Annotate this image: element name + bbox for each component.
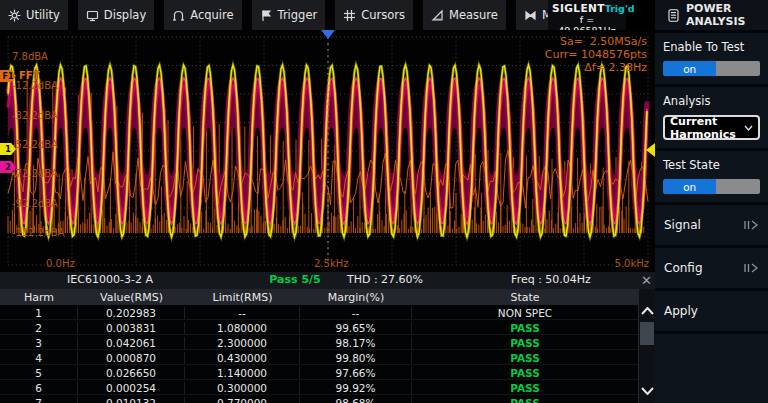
menu-label: Cursors [361,8,405,22]
close-icon[interactable]: ✕ [638,272,655,288]
data-cell: 0.042061 [78,337,185,349]
config-menu-item[interactable]: Config [655,248,768,288]
trigger-level-marker[interactable] [646,143,655,157]
scope-status-box: SIGLENT Trig'd f = 49.96581Hz [548,0,626,30]
data-cell: 0.430000 [185,352,300,364]
test-state-label: Test State [663,158,760,172]
menu-label: Utility [26,8,60,22]
table-row[interactable]: 50.0266501.14000097.66%PASS [0,365,638,380]
col-header-margin: Margin(%) [300,291,412,304]
freq-axis-label-right: 5.0kHz [615,258,649,269]
menu-label: Acquire [190,8,233,22]
document-icon [668,9,679,22]
data-cell: 0.000870 [78,352,185,364]
data-cell: 0.010132 [78,397,185,403]
data-cell: 0.202983 [78,307,185,319]
trigger-position-marker[interactable] [321,30,335,39]
state-cell: PASS [412,382,638,394]
test-state-toggle[interactable]: on [663,179,760,194]
cursors-icon [343,9,356,22]
menu-trigger[interactable]: Trigger [252,0,326,30]
signal-label: Signal [664,218,701,232]
scrollbar-thumb[interactable] [640,322,654,345]
acquire-icon [172,9,185,22]
power-analysis-panel: POWER ANALYSIS Enable To Test on Analysi… [655,0,768,403]
fft-trace-label: FFT [19,70,39,81]
menu-cursors[interactable]: Cursors [335,0,413,30]
signal-menu-item[interactable]: Signal [655,205,768,245]
data-cell: 7 [0,397,78,403]
data-cell: 98.68% [300,397,412,403]
state-cell: PASS [412,397,638,403]
waveform-plot [0,30,655,272]
enable-to-test-toggle[interactable]: on [663,61,760,76]
data-cell: 3 [0,337,78,349]
data-cell: -- [185,307,300,319]
data-cell: 99.80% [300,352,412,364]
test-state-section: Test State on [655,151,768,202]
menu-display[interactable]: Display [78,0,154,30]
col-header-harm: Harm [0,291,78,304]
trigger-flag-icon [260,9,273,22]
analysis-label: Analysis [663,94,760,108]
data-cell: 6 [0,382,78,394]
table-row[interactable]: 70.0101320.77000098.68%PASS [0,395,638,403]
data-cell: 2 [0,322,78,334]
data-cell: 1 [0,307,78,319]
col-header-value: Value(RMS) [78,291,185,304]
menu-label: Display [104,8,146,22]
menu-utility[interactable]: Utility [0,0,68,30]
submenu-arrow-icon [743,263,759,273]
menu-label: Trigger [278,8,318,22]
freq-readout: Freq : 50.04Hz [511,273,591,286]
data-cell: 0.300000 [185,382,300,394]
data-cell: 4 [0,352,78,364]
chevron-down-icon [744,125,753,131]
enable-to-test-label: Enable To Test [663,40,760,54]
state-cell: PASS [412,337,638,349]
menu-math[interactable]: Math [516,0,548,30]
data-cell: 97.66% [300,367,412,379]
panel-title: POWER ANALYSIS [686,2,768,28]
display-icon [86,9,99,22]
data-cell: 0.026650 [78,367,185,379]
scroll-up-icon[interactable] [639,303,655,318]
freq-axis-label-center: 2.5kHz [314,258,348,269]
sample-rate-annotation: Sa= 2.50MSa/s [560,35,647,48]
menu-measure[interactable]: Measure [423,0,506,30]
scroll-down-icon[interactable] [639,383,655,398]
delta-f-annotation: Δf= 2.38Hz [584,61,647,74]
col-header-state: State [412,291,638,304]
standard-name: IEC61000-3-2 A [67,273,153,286]
table-row[interactable]: 20.0038311.08000099.65%PASS [0,320,638,335]
table-row[interactable]: 40.0008700.43000099.80%PASS [0,350,638,365]
analysis-dropdown[interactable]: Current Harmonics [663,115,760,140]
memory-points-annotation: Curr= 1048576pts [545,48,647,61]
state-cell: NON SPEC [412,307,638,319]
top-menu-bar: UtilityDisplayAcquireTriggerCursorsMeasu… [0,0,548,30]
state-cell: PASS [412,322,638,334]
panel-header: POWER ANALYSIS [655,0,768,33]
gear-icon [8,9,21,22]
table-row[interactable]: 10.202983----NON SPEC [0,305,638,320]
harmonics-table: IEC61000-3-2 A Pass 5/5 THD : 27.60% Fre… [0,272,655,403]
data-cell: 99.65% [300,322,412,334]
menu-label: Measure [449,8,498,22]
data-cell: 0.003831 [78,322,185,334]
enable-to-test-section: Enable To Test on [655,33,768,84]
state-cell: PASS [412,367,638,379]
siglent-logo: SIGLENT [552,2,605,14]
table-row[interactable]: 30.0420612.30000098.17%PASS [0,335,638,350]
apply-button[interactable]: Apply [655,291,768,331]
data-cell: -- [300,307,412,319]
data-cell: 98.17% [300,337,412,349]
data-cell: 1.080000 [185,322,300,334]
submenu-arrow-icon [743,220,759,230]
thd-readout: THD : 27.60% [347,273,423,286]
toggle-on-state: on [663,179,716,194]
trigger-state-badge: Trig'd [605,3,635,14]
table-summary-row: IEC61000-3-2 A Pass 5/5 THD : 27.60% Fre… [0,272,655,290]
table-row[interactable]: 60.0002540.30000099.92%PASS [0,380,638,395]
menu-acquire[interactable]: Acquire [164,0,241,30]
data-cell: 99.92% [300,382,412,394]
